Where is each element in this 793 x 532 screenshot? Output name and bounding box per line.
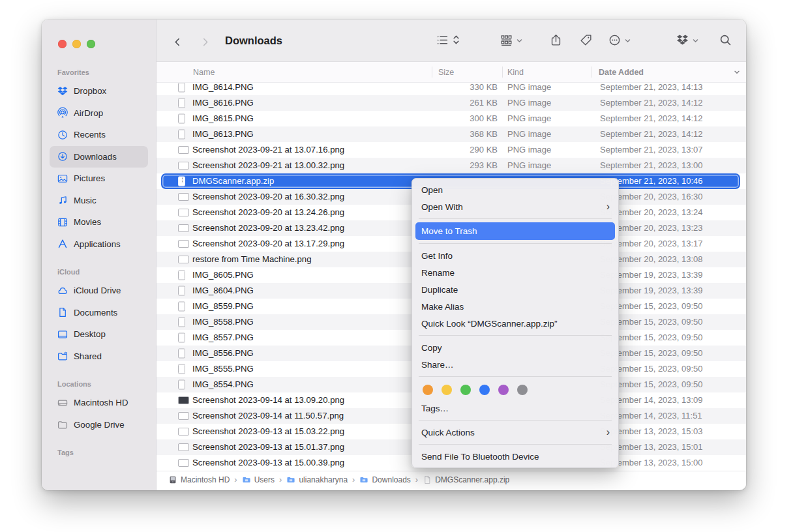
file-icon-portrait [178, 380, 185, 390]
sidebar-item-icloud-drive[interactable]: iCloud Drive [50, 280, 148, 302]
tag-button[interactable] [579, 33, 593, 49]
menu-separator [419, 420, 612, 421]
file-name: IMG_8555.PNG [192, 361, 254, 377]
column-header-name[interactable]: Name [193, 62, 215, 83]
window-title: Downloads [225, 20, 282, 62]
file-kind: PNG image [507, 126, 551, 142]
view-list-button[interactable] [436, 33, 460, 49]
file-row-img-8616-png[interactable]: IMG_8616.PNG261 KBPNG imageSeptember 21,… [157, 95, 746, 111]
breadcrumb-separator: › [415, 475, 418, 484]
column-header-size[interactable]: Size [438, 62, 454, 83]
menu-separator [419, 218, 612, 219]
sidebar-section-label: iCloud [42, 264, 156, 280]
tag-yellow-dot[interactable] [441, 385, 452, 395]
file-icon-landscape [178, 412, 189, 420]
file-row-img-8613-png[interactable]: IMG_8613.PNG368 KBPNG imageSeptember 21,… [157, 126, 746, 142]
breadcrumb-users[interactable]: Users [242, 475, 275, 484]
chevron-down-icon [624, 35, 631, 47]
more-button[interactable] [608, 33, 631, 49]
menu-item-quick-actions[interactable]: Quick Actions› [412, 424, 618, 441]
sidebar-item-label: Desktop [74, 329, 106, 339]
file-size: 261 KB [424, 95, 498, 111]
hdd-mini-icon [168, 475, 177, 484]
sidebar-item-pictures[interactable]: Pictures [50, 168, 148, 190]
file-name: Screenshot 2023-09-20 at 13.23.42.png [192, 220, 344, 236]
menu-item-rename[interactable]: Rename [412, 264, 618, 281]
column-divider [591, 66, 591, 78]
breadcrumb-label: ulianakharyna [299, 475, 348, 484]
column-header-date-added[interactable]: Date Added [599, 62, 644, 83]
file-date-added: September 21, 2023, 14:12 [600, 111, 703, 126]
file-name: IMG_8559.PNG [192, 299, 254, 314]
sidebar-item-music[interactable]: Music [50, 190, 148, 212]
tag-icon [579, 33, 593, 50]
menu-item-make-alias[interactable]: Make Alias [412, 298, 618, 315]
sidebar-item-downloads[interactable]: Downloads [50, 146, 148, 168]
column-divider [502, 66, 503, 78]
sidebar-section-label: Favorites [42, 65, 156, 80]
share-button[interactable] [549, 33, 563, 49]
menu-item-open[interactable]: Open [412, 181, 618, 198]
file-row-img-8614-png[interactable]: IMG_8614.PNG330 KBPNG imageSeptember 21,… [157, 83, 746, 95]
file-icon-portrait [178, 130, 185, 140]
breadcrumb-macintosh-hd[interactable]: Macintosh HD [168, 475, 230, 484]
sidebar-item-applications[interactable]: Applications [50, 233, 148, 256]
breadcrumb-downloads[interactable]: Downloads [359, 475, 410, 484]
sidebar-item-airdrop[interactable]: AirDrop [50, 102, 148, 125]
tag-purple-dot[interactable] [498, 385, 509, 395]
search-button[interactable] [719, 33, 732, 49]
sidebar-item-desktop[interactable]: Desktop [50, 323, 148, 346]
file-icon-portrait [178, 114, 185, 124]
sort-direction-chevron-down-icon[interactable] [733, 68, 741, 76]
sidebar-item-documents[interactable]: Documents [50, 302, 148, 324]
file-icon-landscape [178, 396, 189, 404]
file-row-screenshot-2023-09-21-at-13-07-16-png[interactable]: Screenshot 2023-09-21 at 13.07.16.png290… [157, 142, 746, 158]
minimize-button[interactable] [72, 40, 81, 48]
file-icon-portrait [178, 286, 185, 296]
sidebar-item-shared[interactable]: Shared [50, 346, 148, 368]
close-button[interactable] [58, 40, 67, 48]
group-button[interactable] [500, 33, 523, 49]
menu-item-get-info[interactable]: Get Info [412, 247, 618, 264]
tag-blue-dot[interactable] [479, 385, 490, 395]
tag-gray-dot[interactable] [517, 385, 528, 395]
menu-item-copy[interactable]: Copy [412, 339, 618, 356]
column-header-kind[interactable]: Kind [507, 62, 524, 83]
menu-separator [419, 335, 612, 336]
breadcrumb-ulianakharyna[interactable]: ulianakharyna [286, 475, 348, 484]
breadcrumb-dmgscanner-app-zip[interactable]: DMGScanner.app.zip [423, 475, 509, 484]
file-mini-icon [423, 475, 432, 484]
downloads-icon [56, 150, 69, 163]
zoom-button[interactable] [87, 40, 95, 48]
menu-item-duplicate[interactable]: Duplicate [412, 281, 618, 298]
applications-icon [56, 237, 69, 250]
back-button[interactable] [170, 34, 185, 50]
file-date-added: September 21, 2023, 14:12 [600, 126, 703, 142]
file-name: Screenshot 2023-09-13 at 15.00.39.png [192, 455, 344, 471]
file-row-img-8615-png[interactable]: IMG_8615.PNG300 KBPNG imageSeptember 21,… [157, 111, 746, 126]
file-name: Screenshot 2023-09-13 at 15.01.37.png [192, 439, 344, 455]
folder-mini-icon [359, 475, 368, 484]
menu-item-label: Duplicate [421, 285, 458, 295]
folder-mini-icon [286, 475, 295, 484]
menu-item-send-file-to-bluetooth-device[interactable]: Send File To Bluetooth Device [412, 448, 618, 465]
file-name: Screenshot 2023-09-14 at 13.09.20.png [192, 392, 344, 408]
menu-item-quick-look-dmgscanner-app-zip[interactable]: Quick Look “DMGScanner.app.zip” [412, 315, 618, 332]
menu-item-move-to-trash[interactable]: Move to Trash [415, 222, 615, 240]
forward-button[interactable] [197, 34, 213, 50]
tag-orange-dot[interactable] [423, 385, 433, 395]
menu-item-tags[interactable]: Tags… [412, 400, 618, 417]
sidebar-item-google-drive[interactable]: Google Drive [50, 414, 148, 436]
tag-green-dot[interactable] [460, 385, 471, 395]
menu-item-open-with[interactable]: Open With› [412, 198, 618, 215]
file-row-screenshot-2023-09-21-at-13-00-32-png[interactable]: Screenshot 2023-09-21 at 13.00.32.png293… [157, 158, 746, 173]
sidebar-item-dropbox[interactable]: Dropbox [50, 80, 148, 102]
sidebar-item-movies[interactable]: Movies [50, 211, 148, 233]
menu-item-label: Copy [421, 343, 442, 353]
dropbox-button[interactable] [676, 33, 699, 49]
movies-icon [56, 216, 69, 229]
menu-item-share[interactable]: Share… [412, 356, 618, 373]
sidebar-item-recents[interactable]: Recents [50, 124, 148, 146]
sidebar-item-macintosh-hd[interactable]: Macintosh HD [50, 392, 148, 414]
menu-item-label: Share… [421, 360, 454, 370]
